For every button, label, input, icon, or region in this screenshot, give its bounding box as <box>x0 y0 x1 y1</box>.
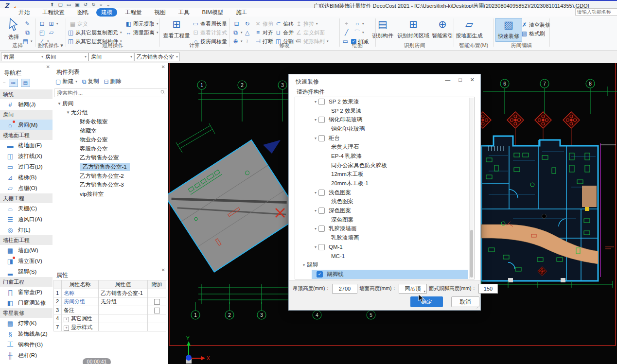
tab-工具[interactable]: 工具 <box>174 8 194 17</box>
open-file-icon[interactable]: ▭ <box>67 2 71 8</box>
dialog-tree-item-踢脚[interactable]: ▾踢脚 <box>295 260 474 270</box>
property-value[interactable]: 无分组 <box>99 297 148 306</box>
sidebar-item-墙立面(V)[interactable]: ◨墙立面(V) <box>0 256 53 266</box>
tab-施工[interactable]: 施工 <box>231 8 252 17</box>
dialog-tree-item-SP 2 效果漆[interactable]: SP 2 效果漆 <box>295 106 474 116</box>
checkbox-checked-icon[interactable]: ✓ <box>317 271 323 277</box>
modify-delete-button[interactable]: ⊟ <box>233 20 240 27</box>
context-select-3[interactable]: 乙方销售办公室▾ <box>134 52 180 61</box>
tree-node-root[interactable]: ▼房间 <box>53 99 167 108</box>
dialog-tree-item-浅色图案[interactable]: ▾浅色图案 <box>295 188 474 197</box>
collapse-arrow-icon[interactable]: ▾ <box>313 136 318 140</box>
dialog-tree-item-钢化印花玻璃[interactable]: ▾钢化印花玻璃 <box>295 115 474 124</box>
tab-开始[interactable]: 开始 <box>14 8 35 17</box>
delete-component-button[interactable]: ⊟删除 <box>104 78 121 85</box>
maximize-icon[interactable]: □ <box>458 77 462 83</box>
checkbox-unchecked-icon[interactable] <box>318 190 325 196</box>
formula-button[interactable]: ⊡查看计算式 <box>193 29 227 36</box>
dialog-tree-item-MC-1[interactable]: MC-1 <box>295 252 474 261</box>
sidebar-item-房间(M)[interactable]: ⌂房间(M) <box>0 120 53 130</box>
scrollbar-thumb[interactable] <box>470 230 473 277</box>
save-icon[interactable]: ▣ <box>75 2 79 8</box>
merge-button[interactable]: ⊔合并 <box>275 29 294 36</box>
measure-button[interactable]: ↔测量距离▾ <box>125 29 159 36</box>
checkbox-unchecked-icon[interactable] <box>318 225 325 232</box>
list-item-客服办公室[interactable]: 客服办公室 <box>53 144 167 154</box>
dialog-tree-item-20mm木工板-1[interactable]: 20mm木工板-1 <box>295 179 474 188</box>
dialog-tree-item-乳胶漆墙画[interactable]: 乳胶漆墙画 <box>295 233 474 243</box>
perimeter-button[interactable]: ▭查看周长量 <box>193 20 227 27</box>
dialog-tree-item-钢化印花玻璃[interactable]: 钢化印花玻璃 <box>295 124 474 134</box>
list-item-vip接待室[interactable]: vip接待室 <box>53 190 167 199</box>
checkbox-unchecked-icon[interactable] <box>318 135 325 141</box>
list-view-icon[interactable]: ≔ <box>9 79 18 87</box>
property-value[interactable] <box>99 314 148 323</box>
copy_elem-button[interactable]: ◫从其它层复制图元▾ <box>68 29 122 36</box>
brush-button[interactable]: ▨格式刷 <box>521 30 545 37</box>
tab-图纸[interactable]: 图纸 <box>72 8 93 17</box>
property-value[interactable] <box>99 306 148 315</box>
resize-grip[interactable]: ⋰ <box>476 305 479 310</box>
offset-button[interactable]: ⊂偏移 <box>275 20 294 27</box>
close-icon[interactable]: ✕ <box>161 64 165 69</box>
collapse-arrow-icon[interactable]: ▾ <box>313 100 318 104</box>
quick-button[interactable]: ▨快速装修 <box>495 18 522 42</box>
dialog-tree-item-米黄大理石[interactable]: 米黄大理石 <box>295 142 474 152</box>
collapse-arrow-icon[interactable]: ▾ <box>313 208 318 213</box>
dialog-tree-item-深色图案[interactable]: ▾深色图案 <box>295 206 474 215</box>
sidebar-item-轴网(J)[interactable]: #轴网(J) <box>0 99 53 110</box>
new-file-icon[interactable]: ▢ <box>58 2 62 8</box>
export-icon[interactable]: ⬆ <box>50 2 54 8</box>
list-item-乙方销售办公室[interactable]: 乙方销售办公室 <box>53 154 167 163</box>
floor_gen-button[interactable]: ▱按地面生成 <box>454 18 484 39</box>
sidebar-item-楼梯(B)[interactable]: ⊿楼梯(B) <box>0 172 53 183</box>
dialog-tree-item-同办公家具色防火胶板[interactable]: 同办公家具色防火胶板 <box>295 161 474 170</box>
sidebar-item-窗帘盒(P)[interactable]: ∏窗帘盒(P) <box>0 287 53 297</box>
expand-icon[interactable]: + <box>64 326 69 331</box>
list-item-乙方销售办公室-2[interactable]: 乙方销售办公室-2 <box>53 172 167 181</box>
list-item-乙方销售办公室-3[interactable]: 乙方销售办公室-3 <box>53 180 167 190</box>
card-view-icon[interactable]: ▤ <box>21 79 30 87</box>
ok-button[interactable]: 确定 <box>410 296 443 307</box>
scrollbar[interactable] <box>469 98 474 278</box>
dialog-tree-item-12mm木工板[interactable]: 12mm木工板 <box>295 170 474 179</box>
expand-icon[interactable]: + <box>64 317 69 322</box>
copy-component-button[interactable]: ⧉复制 <box>82 78 99 85</box>
tab-视图[interactable]: 视图 <box>150 8 171 17</box>
table-row[interactable]: 7+显示样式 <box>54 323 167 332</box>
sidebar-item-点缀(O)[interactable]: ▱点缀(O) <box>0 183 53 193</box>
point-button[interactable]: + <box>343 20 350 27</box>
main-button[interactable]: ⊞查看工程量 <box>160 18 193 39</box>
tab-建模[interactable]: 建模 <box>96 8 117 17</box>
pushpull-button[interactable]: ↥推拉▾ <box>296 20 318 27</box>
slope-button[interactable]: ∠定义斜面 <box>296 29 325 36</box>
property-value[interactable]: 乙方销售办公室-1 <box>99 289 148 298</box>
sidebar-item-装饰线条(Z)[interactable]: §装饰线条(Z) <box>0 329 53 339</box>
collapse-arrow-icon[interactable]: ▾ <box>313 245 318 249</box>
table-row[interactable]: 2房间分组无分组 <box>54 297 167 306</box>
dialog-tree-item-柜台[interactable]: ▾柜台 <box>295 134 474 143</box>
qat-more-icon[interactable]: ⌄ <box>106 2 110 8</box>
sidebar-item-门窗洞装修[interactable]: ◧门窗洞装修 <box>0 297 53 308</box>
draw-arc-button[interactable]: ⌒▾ <box>354 29 364 36</box>
extract-button[interactable]: ◧图元提取▾ <box>125 20 159 27</box>
select-tool-button[interactable]: 选择 <box>3 18 24 41</box>
sidebar-item-钢构件(G)[interactable]: 工钢构件(G) <box>0 339 53 350</box>
clear-button[interactable]: ✗清空装修 <box>521 21 550 28</box>
context-select-0[interactable]: 首层▾ <box>1 52 45 61</box>
dialog-tree-item-踢脚线[interactable]: ✓踢脚线 <box>295 270 474 279</box>
sidebar-item-灯(L)[interactable]: ◎灯(L) <box>0 225 53 235</box>
tab-工程量[interactable]: 工程量 <box>120 8 147 17</box>
checkbox-unchecked-icon[interactable] <box>318 117 325 123</box>
function-search-input[interactable] <box>575 8 617 16</box>
table-row[interactable]: 3备注 <box>54 306 167 315</box>
sheet-grid-button[interactable]: ⊞▾ <box>48 20 58 27</box>
sidebar-item-楼地面(F)[interactable]: ▬楼地面(F) <box>0 140 53 151</box>
list-item-储藏室[interactable]: 储藏室 <box>53 126 167 136</box>
undo-icon[interactable]: ↺ <box>84 2 88 8</box>
list-item-物业办公室[interactable]: 物业办公室 <box>53 135 167 144</box>
minimize-icon[interactable]: — <box>445 77 450 83</box>
checkbox-unchecked-icon[interactable] <box>318 99 325 105</box>
tab-BIM模型[interactable]: BIM模型 <box>197 8 228 17</box>
collapse-arrow-icon[interactable]: ▾ <box>301 263 307 267</box>
